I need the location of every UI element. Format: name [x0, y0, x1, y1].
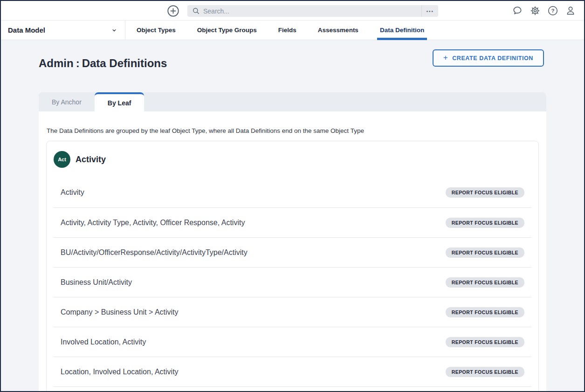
report-focus-eligible-badge: REPORT FOCUS ELIGIBLE	[446, 218, 524, 228]
data-definition-row[interactable]: Business Unit/ActivityREPORT FOCUS ELIGI…	[54, 267, 531, 297]
tab-section: By AnchorBy Leaf The Data Definitions ar…	[39, 92, 546, 392]
tab-panel: The Data Definitions are grouped by the …	[39, 111, 546, 392]
object-type-monogram: Act	[54, 151, 70, 168]
chevron-down-icon	[110, 26, 118, 34]
nav-item-object-types[interactable]: Object Types	[137, 21, 176, 40]
data-definition-row[interactable]: BU/Activity/OfficerResponse/Activity/Act…	[54, 237, 531, 267]
data-definition-row[interactable]: Location, Involved Location, ActivityREP…	[54, 357, 531, 386]
search-more-button[interactable]: •••	[421, 5, 438, 17]
chat-button[interactable]	[512, 5, 523, 16]
nav-item-data-definition[interactable]: Data Definition	[380, 21, 424, 40]
search-input[interactable]	[203, 7, 421, 15]
svg-text:?: ?	[551, 8, 554, 14]
top-bar: ••• ?	[1, 1, 584, 21]
nav-item-fields[interactable]: Fields	[278, 21, 296, 40]
object-type-group-card: Act Activity ActivityREPORT FOCUS ELIGIB…	[46, 141, 539, 392]
user-icon	[565, 5, 576, 16]
group-header: Act Activity	[47, 141, 538, 178]
plus-circle-icon	[167, 5, 179, 17]
data-definition-row[interactable]: Company > Business Unit > ActivityREPORT…	[54, 297, 531, 327]
search-bar: •••	[187, 5, 438, 17]
report-focus-eligible-badge: REPORT FOCUS ELIGIBLE	[446, 187, 524, 198]
data-definition-name: Location, Involved Location, Activity	[61, 368, 179, 376]
settings-gear-icon	[530, 5, 541, 16]
report-focus-eligible-badge: REPORT FOCUS ELIGIBLE	[446, 248, 524, 258]
data-definition-row[interactable]: Involved Location, ActivityREPORT FOCUS …	[54, 327, 531, 357]
nav-bar: Data Model Object TypesObject Type Group…	[1, 21, 584, 40]
group-title: Activity	[76, 155, 106, 165]
user-profile-button[interactable]	[565, 5, 576, 16]
help-icon: ?	[547, 5, 558, 16]
top-bar-actions: ?	[512, 1, 576, 21]
definition-rows: ActivityREPORT FOCUS ELIGIBLEActivity, A…	[54, 178, 531, 387]
page-title-separator: :	[76, 57, 80, 70]
tab-description: The Data Definitions are grouped by the …	[46, 127, 539, 134]
report-focus-eligible-badge: REPORT FOCUS ELIGIBLE	[446, 277, 524, 288]
data-definition-name: Business Unit/Activity	[61, 278, 132, 287]
page-title-main: Data Definitions	[82, 57, 167, 70]
data-definition-name: BU/Activity/OfficerResponse/Activity/Act…	[61, 248, 248, 257]
plus-icon: +	[443, 53, 448, 62]
data-model-dropdown-label: Data Model	[8, 26, 45, 34]
page-title-prefix: Admin	[39, 57, 74, 70]
nav-item-assessments[interactable]: Assessments	[318, 21, 358, 40]
settings-button[interactable]	[530, 5, 541, 16]
data-definition-row[interactable]: ActivityREPORT FOCUS ELIGIBLE	[54, 178, 531, 207]
primary-nav: Object TypesObject Type GroupsFieldsAsse…	[137, 21, 424, 40]
search-icon	[192, 7, 200, 15]
data-definition-name: Company > Business Unit > Activity	[61, 308, 179, 316]
chat-icon	[512, 5, 523, 16]
add-button[interactable]	[167, 5, 179, 17]
tab-by-anchor[interactable]: By Anchor	[39, 92, 95, 111]
data-definition-row[interactable]: Activity, Activity Type, Activity, Offic…	[54, 207, 531, 237]
data-definition-name: Activity	[61, 188, 84, 197]
data-definition-name: Involved Location, Activity	[61, 338, 146, 346]
nav-item-object-type-groups[interactable]: Object Type Groups	[197, 21, 257, 40]
page-header: Admin : Data Definitions + CREATE DATA D…	[38, 40, 547, 92]
report-focus-eligible-badge: REPORT FOCUS ELIGIBLE	[446, 307, 524, 317]
create-data-definition-label: CREATE DATA DEFINITION	[452, 55, 533, 62]
create-data-definition-button[interactable]: + CREATE DATA DEFINITION	[433, 49, 544, 67]
tab-by-leaf[interactable]: By Leaf	[95, 92, 145, 111]
view-tabs: By AnchorBy Leaf	[39, 92, 546, 111]
help-button[interactable]: ?	[547, 5, 558, 16]
data-model-dropdown[interactable]: Data Model	[1, 21, 125, 40]
data-definition-name: Activity, Activity Type, Activity, Offic…	[61, 219, 245, 227]
report-focus-eligible-badge: REPORT FOCUS ELIGIBLE	[446, 337, 524, 347]
report-focus-eligible-badge: REPORT FOCUS ELIGIBLE	[446, 367, 524, 377]
page-title: Admin : Data Definitions	[39, 57, 167, 70]
